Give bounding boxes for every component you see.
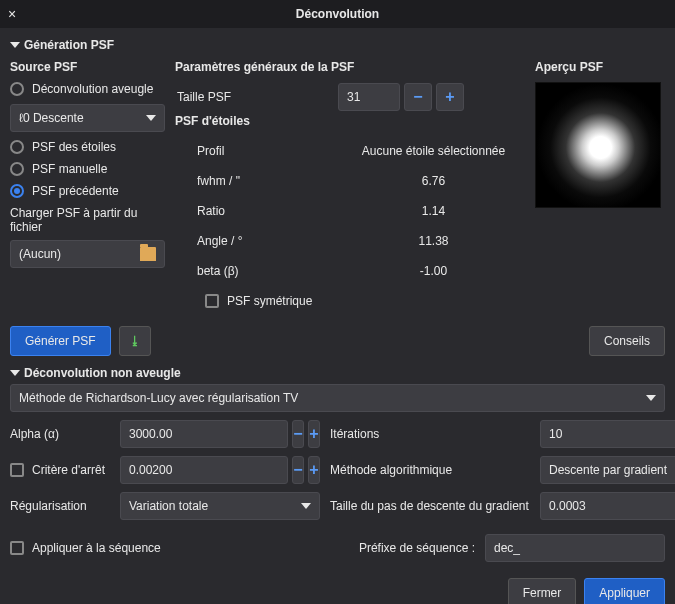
descent-select-value: ℓ0 Descente — [19, 111, 84, 125]
generate-psf-label: Générer PSF — [25, 334, 96, 348]
radio-psf-previous[interactable]: PSF précédente — [10, 184, 165, 198]
psf-gen-header[interactable]: Génération PSF — [10, 38, 665, 52]
download-icon: ⭳ — [129, 334, 141, 348]
iter-input[interactable] — [540, 420, 675, 448]
stop-minus-button[interactable]: − — [292, 456, 304, 484]
chevron-down-icon — [301, 503, 311, 509]
profil-label: Profil — [179, 144, 334, 158]
alpha-minus-button[interactable]: − — [292, 420, 304, 448]
prefix-label: Préfixe de séquence : — [359, 541, 475, 555]
reg-select[interactable]: Variation totale — [120, 492, 320, 520]
taille-psf-label: Taille PSF — [175, 90, 330, 104]
algo-value: Descente par gradient — [549, 463, 667, 477]
tips-label: Conseils — [604, 334, 650, 348]
psf-stars-header: PSF d'étoiles — [175, 114, 525, 128]
close-label: Fermer — [523, 586, 562, 600]
stop-criteria-label: Critère d'arrêt — [32, 463, 105, 477]
alpha-input[interactable] — [120, 420, 288, 448]
stop-criteria-checkbox[interactable]: Critère d'arrêt — [10, 463, 110, 477]
psf-symmetric-label: PSF symétrique — [227, 294, 312, 308]
apply-sequence-checkbox[interactable]: Appliquer à la séquence — [10, 541, 161, 555]
psf-preview-image — [535, 82, 661, 208]
nonblind-header[interactable]: Déconvolution non aveugle — [10, 366, 665, 380]
nonblind-header-label: Déconvolution non aveugle — [24, 366, 181, 380]
apply-sequence-label: Appliquer à la séquence — [32, 541, 161, 555]
chevron-down-icon — [146, 115, 156, 121]
close-icon[interactable]: × — [8, 6, 16, 22]
load-psf-label: Charger PSF à partir du fichier — [10, 206, 165, 234]
close-button[interactable]: Fermer — [508, 578, 577, 604]
taille-minus-button[interactable]: − — [404, 83, 432, 111]
profil-value: Aucune étoile sélectionnée — [342, 144, 525, 158]
generate-psf-button[interactable]: Générer PSF — [10, 326, 111, 356]
chevron-down-icon — [10, 42, 20, 48]
iter-label: Itérations — [330, 427, 530, 441]
tips-button[interactable]: Conseils — [589, 326, 665, 356]
taille-plus-button[interactable]: + — [436, 83, 464, 111]
apply-button[interactable]: Appliquer — [584, 578, 665, 604]
descent-select[interactable]: ℓ0 Descente — [10, 104, 165, 132]
radio-stars-label: PSF des étoiles — [32, 140, 116, 154]
step-input[interactable] — [540, 492, 675, 520]
radio-blind-label: Déconvolution aveugle — [32, 82, 153, 96]
chevron-down-icon — [10, 370, 20, 376]
preview-header: Aperçu PSF — [535, 60, 665, 74]
taille-psf-input[interactable] — [338, 83, 400, 111]
alpha-label: Alpha (α) — [10, 427, 110, 441]
reg-label: Régularisation — [10, 499, 110, 513]
psf-params-header: Paramètres généraux de la PSF — [175, 60, 525, 74]
angle-label: Angle / ° — [179, 234, 334, 248]
stop-plus-button[interactable]: + — [308, 456, 320, 484]
psf-file-value: (Aucun) — [19, 247, 61, 261]
stop-input[interactable] — [120, 456, 288, 484]
psf-file-select[interactable]: (Aucun) — [10, 240, 165, 268]
beta-value: -1.00 — [342, 264, 525, 278]
method-value: Méthode de Richardson-Lucy avec régulari… — [19, 391, 298, 405]
chevron-down-icon — [646, 395, 656, 401]
radio-psf-stars[interactable]: PSF des étoiles — [10, 140, 165, 154]
beta-label: beta (β) — [179, 264, 334, 278]
radio-icon — [10, 162, 24, 176]
folder-icon — [140, 247, 156, 261]
load-psf-button[interactable]: ⭳ — [119, 326, 151, 356]
ratio-label: Ratio — [179, 204, 334, 218]
psf-gen-header-label: Génération PSF — [24, 38, 114, 52]
checkbox-icon — [10, 541, 24, 555]
alpha-plus-button[interactable]: + — [308, 420, 320, 448]
radio-psf-manual[interactable]: PSF manuelle — [10, 162, 165, 176]
step-label: Taille du pas de descente du gradient — [330, 499, 530, 513]
radio-previous-label: PSF précédente — [32, 184, 119, 198]
radio-icon — [10, 140, 24, 154]
algo-label: Méthode algorithmique — [330, 463, 530, 477]
algo-select[interactable]: Descente par gradient — [540, 456, 675, 484]
angle-value: 11.38 — [342, 234, 525, 248]
fwhm-label: fwhm / " — [179, 174, 334, 188]
ratio-value: 1.14 — [342, 204, 525, 218]
psf-symmetric-checkbox[interactable]: PSF symétrique — [205, 294, 312, 308]
apply-label: Appliquer — [599, 586, 650, 600]
radio-manual-label: PSF manuelle — [32, 162, 107, 176]
reg-value: Variation totale — [129, 499, 208, 513]
checkbox-icon — [205, 294, 219, 308]
method-select[interactable]: Méthode de Richardson-Lucy avec régulari… — [10, 384, 665, 412]
window-title: Déconvolution — [0, 7, 675, 21]
source-psf-label: Source PSF — [10, 60, 165, 74]
radio-icon — [10, 184, 24, 198]
checkbox-icon — [10, 463, 24, 477]
radio-icon — [10, 82, 24, 96]
prefix-input[interactable] — [485, 534, 665, 562]
radio-blind-deconv[interactable]: Déconvolution aveugle — [10, 82, 165, 96]
fwhm-value: 6.76 — [342, 174, 525, 188]
